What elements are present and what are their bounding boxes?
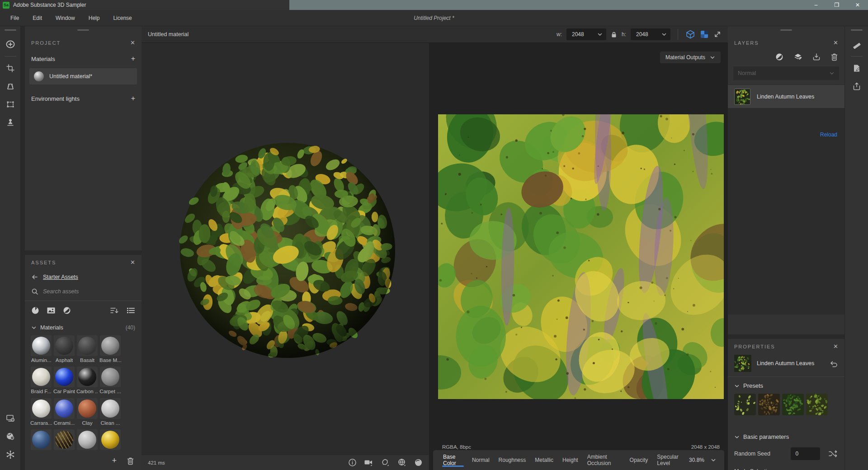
asset-material-item[interactable]: Basalt: [76, 335, 98, 364]
asset-material-item[interactable]: Clean ...: [99, 398, 121, 427]
tab-base-color[interactable]: Base Color: [439, 450, 467, 470]
asset-material-item[interactable]: Carrara...: [30, 398, 52, 427]
asset-material-item[interactable]: Carpet ...: [99, 367, 121, 395]
texture-preview[interactable]: [438, 114, 724, 399]
asset-material-item[interactable]: Braid F...: [30, 367, 52, 395]
back-arrow-icon[interactable]: [31, 273, 38, 281]
environment-settings-button[interactable]: [2, 428, 19, 446]
basic-parameters-header[interactable]: Basic parameters: [728, 422, 844, 444]
panel-drag-handle[interactable]: [851, 29, 863, 31]
layers-panel-drag-handle[interactable]: [780, 29, 792, 31]
tab-normal[interactable]: Normal: [467, 450, 494, 470]
undo-icon[interactable]: [829, 359, 838, 367]
asset-thumbnail[interactable]: [54, 398, 75, 419]
material-outputs-dropdown[interactable]: Material Outputs: [660, 52, 721, 63]
asset-thumbnail[interactable]: [54, 335, 75, 356]
add-environment-button[interactable]: +: [131, 94, 135, 103]
sort-icon[interactable]: [110, 306, 119, 315]
menu-edit[interactable]: Edit: [26, 15, 49, 21]
shaded-sphere-icon[interactable]: [414, 458, 423, 467]
asset-thumbnail[interactable]: [77, 429, 98, 450]
asset-thumbnail[interactable]: [31, 429, 52, 450]
asset-material-item[interactable]: [30, 429, 52, 452]
material-tab-label[interactable]: Untitled material: [148, 31, 189, 38]
clone-stamp-tool-button[interactable]: [2, 113, 19, 132]
delete-asset-icon[interactable]: [127, 457, 134, 465]
asset-thumbnail[interactable]: [77, 335, 98, 356]
fill-layer-icon[interactable]: [775, 53, 783, 61]
tab-opacity[interactable]: Opacity: [625, 450, 653, 470]
viewport-settings-button[interactable]: [2, 409, 19, 428]
display-mode-icon[interactable]: [397, 458, 407, 467]
preset-yellow-green[interactable]: [806, 394, 828, 415]
perspective-tool-button[interactable]: [2, 77, 19, 95]
blend-mode-select[interactable]: Normal: [733, 66, 839, 80]
starter-assets-link[interactable]: Starter Assets: [43, 274, 78, 280]
search-assets-input[interactable]: Search assets: [25, 286, 142, 301]
tab-roughness[interactable]: Roughness: [494, 450, 531, 470]
assets-close-icon[interactable]: ✕: [130, 259, 135, 265]
tab-metallic[interactable]: Metallic: [530, 450, 558, 470]
asset-material-item[interactable]: [76, 429, 98, 452]
asset-material-item[interactable]: Alumin...: [30, 335, 52, 364]
asset-material-item[interactable]: [53, 429, 75, 452]
crop-tool-button[interactable]: [2, 59, 19, 77]
restore-button[interactable]: ❐: [826, 0, 847, 10]
list-view-icon[interactable]: [126, 306, 135, 315]
asset-thumbnail[interactable]: [77, 398, 98, 419]
export-sbsar-button[interactable]: [849, 59, 865, 77]
preset-green[interactable]: [782, 394, 804, 415]
tab-ambient-occlusion[interactable]: Ambient Occlusion: [583, 450, 625, 470]
asset-thumbnail[interactable]: [31, 398, 52, 419]
add-asset-button[interactable]: [2, 35, 19, 53]
expand-view-icon[interactable]: [713, 30, 722, 38]
asset-thumbnail[interactable]: [31, 367, 52, 387]
viewport-3d[interactable]: 421 ms: [142, 43, 429, 470]
viewport-2d[interactable]: Material Outputs RGBA, 8bpc 2048 x 2048 …: [429, 43, 728, 470]
asset-material-item[interactable]: Car Paint: [53, 367, 75, 395]
asset-thumbnail[interactable]: [100, 429, 121, 450]
project-close-icon[interactable]: ✕: [130, 40, 135, 46]
asset-thumbnail[interactable]: [54, 367, 75, 387]
project-panel-drag-handle[interactable]: [77, 29, 89, 31]
asset-thumbnail[interactable]: [100, 367, 121, 387]
add-asset-footer-button[interactable]: +: [112, 456, 117, 465]
project-material-item[interactable]: Untitled material*: [29, 68, 137, 85]
measure-tool-button[interactable]: [849, 35, 865, 53]
asset-thumbnail[interactable]: [100, 398, 121, 419]
filter-materials-icon[interactable]: [31, 306, 39, 315]
panel-drag-handle[interactable]: [5, 29, 16, 31]
asset-material-item[interactable]: Asphalt: [53, 335, 75, 364]
presets-section-header[interactable]: Presets: [728, 377, 844, 393]
materials-category-header[interactable]: Materials (40): [25, 320, 142, 334]
filter-environments-icon[interactable]: [63, 306, 71, 315]
preset-sparse[interactable]: [734, 394, 756, 415]
asset-thumbnail[interactable]: [77, 367, 98, 387]
zoom-control[interactable]: 30.8%: [689, 457, 719, 463]
asset-material-item[interactable]: Cerami...: [53, 398, 75, 427]
width-select[interactable]: 2048: [566, 28, 606, 40]
height-select[interactable]: 2048: [631, 28, 670, 40]
filter-images-icon[interactable]: [47, 306, 56, 315]
menu-window[interactable]: Window: [49, 15, 82, 21]
random-seed-input[interactable]: 0: [791, 447, 820, 460]
reload-link[interactable]: Reload: [820, 132, 837, 138]
asset-material-item[interactable]: Clay: [76, 398, 98, 427]
asset-thumbnail[interactable]: [54, 429, 75, 450]
close-button[interactable]: ✕: [847, 0, 868, 10]
delete-layer-icon[interactable]: [830, 53, 838, 61]
layers-close-icon[interactable]: ✕: [833, 40, 838, 46]
tab-specular-level[interactable]: Specular Level: [652, 450, 688, 470]
add-material-button[interactable]: +: [131, 55, 135, 63]
randomize-seed-icon[interactable]: [828, 449, 838, 458]
info-icon[interactable]: [348, 458, 357, 467]
asset-material-item[interactable]: Base M...: [99, 335, 121, 364]
tab-height[interactable]: Height: [558, 450, 583, 470]
properties-close-icon[interactable]: ✕: [833, 343, 838, 349]
share-export-button[interactable]: [849, 77, 865, 95]
layer-item[interactable]: Linden Autumn Leaves: [728, 85, 844, 108]
minimize-button[interactable]: –: [806, 0, 826, 10]
view-2d-icon[interactable]: [700, 30, 709, 39]
environment-icon[interactable]: [381, 458, 390, 467]
menu-file[interactable]: File: [4, 15, 26, 21]
